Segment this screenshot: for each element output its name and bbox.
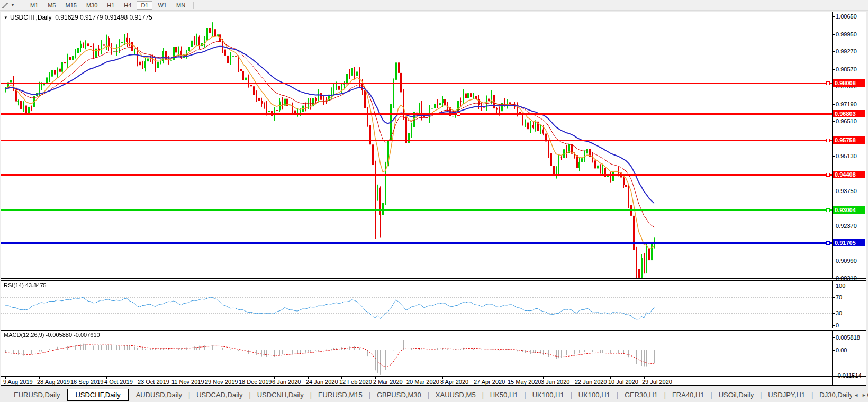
axis-tick <box>833 313 835 314</box>
axis-corner <box>832 377 866 385</box>
timeframe-d1[interactable]: D1 <box>137 1 152 10</box>
rsi-tick-label: 70 <box>836 294 842 300</box>
axis-tick <box>833 16 835 17</box>
toolbar-separator <box>193 2 194 9</box>
axis-tick <box>833 104 835 105</box>
macd-canvas[interactable] <box>1 331 832 376</box>
macd-tick-label: 0.00 <box>836 347 847 353</box>
rsi-pane: RSI(14) 43.8475 10070300 <box>1 281 866 328</box>
date-label: 10 Jul 2020 <box>608 379 638 385</box>
price-tick-label: 0.99950 <box>836 31 857 38</box>
chart-tab-bar: EURUSD,DailyUSDCHF,DailyAUDUSD,Daily|USD… <box>0 387 868 402</box>
price-pane: ▼USDCHF,Daily 0.91629 0.91779 0.91498 0.… <box>1 12 866 278</box>
axis-tick <box>833 226 835 226</box>
date-label: 4 Oct 2019 <box>104 379 133 385</box>
axis-tick <box>833 69 835 70</box>
price-tick-label: 0.92370 <box>836 223 857 229</box>
chart-tab-eurusd-daily-0[interactable]: EURUSD,Daily <box>7 389 66 400</box>
macd-plot[interactable]: MACD(12,26,9) -0.005880 -0.007610 <box>1 331 832 376</box>
axis-tick <box>833 286 835 286</box>
timeframe-m30[interactable]: M30 <box>82 1 102 10</box>
date-label: 29 Nov 2019 <box>205 379 238 385</box>
chart-tab-uk100-h1-9[interactable]: UK100,H1 <box>526 389 571 400</box>
date-label: 29 Jul 2020 <box>642 379 672 385</box>
chart-tab-uk100-h1-10[interactable]: UK100,H1 <box>572 389 617 400</box>
tab-scroll-buttons: ◄ ► <box>852 387 866 402</box>
tool-dropdown-caret-icon[interactable]: ▼ <box>11 3 15 7</box>
macd-pane: MACD(12,26,9) -0.005880 -0.007610 0.0058… <box>1 331 866 376</box>
tab-scroll-left-icon[interactable]: ◄ <box>854 392 858 398</box>
date-axis: 9 Aug 201928 Aug 201916 Sep 20194 Oct 20… <box>1 376 866 385</box>
chart-title: ▼USDCHF,Daily 0.91629 0.91779 0.91498 0.… <box>4 14 152 21</box>
chart-tab-audusd-daily-2[interactable]: AUDUSD,Daily <box>130 389 188 400</box>
timeframe-h1[interactable]: H1 <box>103 1 119 10</box>
price-tick-label: 0.95130 <box>836 153 857 159</box>
price-tick-label: 0.99270 <box>836 48 857 54</box>
price-line-badge: 0.95758 <box>833 136 865 144</box>
chart-cursor-tool-icon[interactable] <box>2 2 9 9</box>
timeframe-buttons: M1M5M15M30H1H4D1W1MN <box>25 1 190 10</box>
axis-tick <box>833 261 835 261</box>
axis-tick <box>833 325 835 326</box>
axis-tick <box>833 121 835 122</box>
date-labels[interactable]: 9 Aug 201928 Aug 201916 Sep 20194 Oct 20… <box>1 377 832 385</box>
timeframe-m5[interactable]: M5 <box>43 1 60 10</box>
price-line-badge: 0.98008 <box>833 79 865 87</box>
rsi-plot[interactable]: RSI(14) 43.8475 <box>1 281 832 328</box>
price-tick-label: 1.00650 <box>836 13 857 20</box>
timeframe-m1[interactable]: M1 <box>26 1 42 10</box>
axis-tick <box>833 278 835 279</box>
price-axis: 1.006500.999500.992700.985700.978900.971… <box>832 12 866 278</box>
rsi-axis: 10070300 <box>832 281 866 328</box>
macd-axis: 0.0058180.00-0.011514 <box>832 331 866 376</box>
date-label: 9 Aug 2019 <box>3 379 33 385</box>
rsi-label: RSI(14) 43.8475 <box>4 282 47 288</box>
timeframe-w1[interactable]: W1 <box>153 1 171 10</box>
timeframe-mn[interactable]: MN <box>172 1 189 10</box>
axis-tick <box>833 34 835 35</box>
axis-tick <box>833 297 835 298</box>
chart-tabs: EURUSD,DailyUSDCHF,DailyAUDUSD,Daily|USD… <box>7 389 868 401</box>
chart-tab-ger30-h1-11[interactable]: GER30,H1 <box>618 389 664 400</box>
axis-tick <box>833 51 835 52</box>
rsi-canvas[interactable] <box>1 281 832 328</box>
chart-tab-usdcad-daily-3[interactable]: USDCAD,Daily <box>190 389 249 400</box>
chart-tab-usdjpy-h1-14[interactable]: USDJPY,H1 <box>762 389 811 400</box>
timeframe-h4[interactable]: H4 <box>120 1 135 10</box>
chart-tab-xauusd-m5-7[interactable]: XAUUSD,M5 <box>429 389 482 400</box>
toolbar-grip[interactable] <box>20 2 22 8</box>
price-tick-label: 0.93750 <box>836 188 857 194</box>
price-tick-label: 0.96510 <box>836 118 857 124</box>
axis-tick <box>833 156 835 157</box>
tab-scroll-right-icon[interactable]: ► <box>862 392 866 398</box>
price-line-badge: 0.91705 <box>833 239 865 246</box>
date-label: 6 Jan 2020 <box>272 379 301 385</box>
date-label: 15 May 2020 <box>508 379 541 385</box>
chart-tab-usdcnh-daily-4[interactable]: USDCNH,Daily <box>251 389 310 400</box>
macd-tick-label: 0.005818 <box>836 334 860 341</box>
date-label: 28 Aug 2019 <box>37 379 70 385</box>
price-tick-label: 0.97190 <box>836 101 857 107</box>
chart-tab-usdchf-daily-1[interactable]: USDCHF,Daily <box>67 389 128 401</box>
axis-tick <box>833 191 835 191</box>
collapse-arrow-icon[interactable]: ▼ <box>4 15 8 20</box>
price-plot[interactable]: ▼USDCHF,Daily 0.91629 0.91779 0.91498 0.… <box>1 12 832 278</box>
chart-tab-eurusd-m15-5[interactable]: EURUSD,M15 <box>312 389 369 400</box>
axis-tick <box>833 350 835 351</box>
price-canvas[interactable] <box>1 12 832 278</box>
date-label: 2 Mar 2020 <box>373 379 403 385</box>
date-label: 18 Dec 2019 <box>239 379 272 385</box>
rsi-tick-label: 30 <box>836 310 842 316</box>
date-label: 8 Apr 2020 <box>440 379 468 385</box>
date-label: 16 Sep 2019 <box>70 379 103 385</box>
timeframe-m15[interactable]: M15 <box>61 1 80 10</box>
price-tick-label: 0.98570 <box>836 66 857 72</box>
chart-tab-gbpusd-m30-6[interactable]: GBPUSD,M30 <box>370 389 428 400</box>
date-label: 3 Jun 2020 <box>541 379 569 385</box>
date-label: 11 Nov 2019 <box>171 379 204 385</box>
chart-tab-fra40-h1-12[interactable]: FRA40,H1 <box>666 389 711 400</box>
ohlc-values: 0.91629 0.91779 0.91498 0.91775 <box>55 14 152 21</box>
chart-tab-hk50-h1-8[interactable]: HK50,H1 <box>484 389 525 400</box>
price-tick-label: 0.90990 <box>836 258 857 264</box>
chart-tab-usoil-daily-13[interactable]: USOil,Daily <box>712 389 760 400</box>
